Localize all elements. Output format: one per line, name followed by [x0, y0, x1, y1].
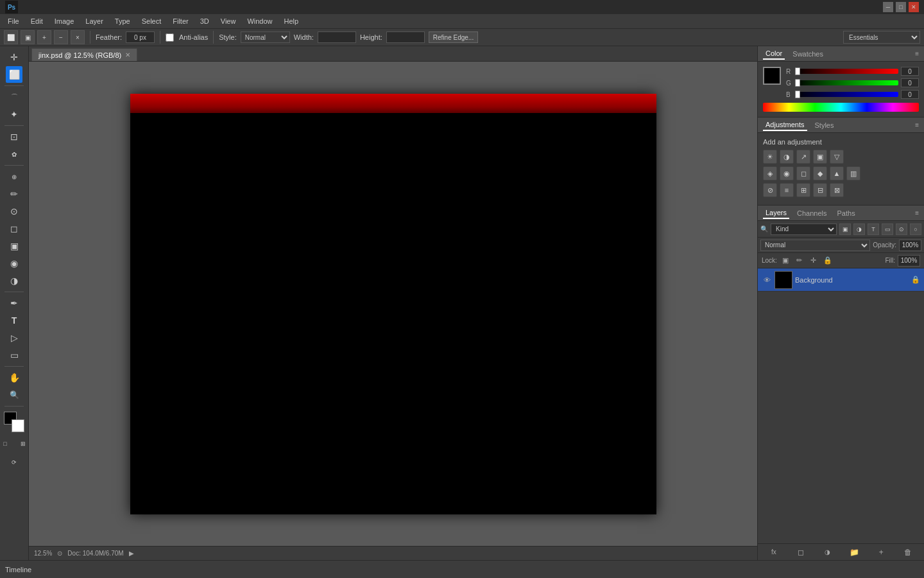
zoom-tool[interactable]: 🔍 [6, 387, 22, 403]
magic-wand-tool[interactable]: ✦ [6, 106, 22, 123]
adj-bw[interactable]: ◻ [796, 166, 810, 180]
layer-filter-adj[interactable]: ◑ [853, 223, 865, 235]
brush-tool[interactable]: ✏ [6, 186, 22, 202]
color-panel-menu-icon[interactable]: ≡ [915, 50, 919, 57]
lock-all-btn[interactable]: 🔒 [822, 255, 834, 267]
adj-curves[interactable]: ↗ [796, 150, 810, 164]
lock-paint-btn[interactable]: ✏ [794, 255, 805, 267]
layer-mask-btn[interactable]: ◻ [794, 546, 807, 559]
clone-tool[interactable]: ⊙ [6, 203, 22, 220]
text-tool[interactable]: T [6, 312, 22, 329]
quick-mask-btn[interactable]: □ [0, 435, 13, 452]
menu-edit[interactable]: Edit [26, 16, 48, 26]
layer-item-background[interactable]: 👁 Background 🔒 [758, 268, 924, 292]
adj-threshold[interactable]: ⊞ [796, 183, 810, 197]
width-input[interactable] [318, 31, 356, 43]
adj-hsl[interactable]: ◈ [763, 166, 777, 180]
adj-panel-menu-icon[interactable]: ≡ [915, 121, 919, 128]
gradient-tool[interactable]: ▣ [6, 238, 22, 254]
doc-tab-close-btn[interactable]: ✕ [125, 51, 130, 58]
menu-file[interactable]: File [3, 16, 24, 26]
menu-help[interactable]: Help [279, 16, 304, 26]
menu-type[interactable]: Type [110, 16, 135, 26]
layers-panel-menu-icon[interactable]: ≡ [915, 209, 919, 216]
document-tab-jinx[interactable]: jinx.psd @ 12.5% (RGB/8) ✕ [31, 48, 137, 61]
layer-filter-text[interactable]: T [868, 223, 879, 235]
canvas-wrapper[interactable] [29, 62, 757, 546]
style-select[interactable]: Normal Fixed Ratio Fixed Size [241, 31, 290, 43]
marquee-subtract[interactable]: − [54, 30, 68, 44]
marquee-intersect[interactable]: × [71, 30, 85, 44]
layer-group-btn[interactable]: 📁 [848, 546, 860, 559]
fill-input[interactable]: 100% [898, 255, 920, 267]
height-input[interactable] [386, 31, 425, 43]
blue-slider-track[interactable] [795, 92, 898, 97]
tab-layers[interactable]: Layers [763, 207, 789, 219]
color-swatches[interactable] [4, 412, 24, 432]
adj-levels[interactable]: ◑ [780, 150, 794, 164]
tab-adjustments[interactable]: Adjustments [763, 119, 807, 131]
maximize-button[interactable]: □ [896, 2, 906, 12]
tab-swatches[interactable]: Swatches [790, 49, 826, 59]
blue-slider-thumb[interactable] [795, 91, 800, 98]
lock-transparent-btn[interactable]: ▣ [780, 255, 791, 267]
menu-view[interactable]: View [216, 16, 241, 26]
healing-tool[interactable]: ⊕ [6, 168, 22, 185]
blur-tool[interactable]: ◉ [6, 255, 22, 272]
color-spectrum[interactable] [763, 103, 919, 112]
menu-filter[interactable]: Filter [167, 16, 193, 26]
pen-tool[interactable]: ✒ [6, 295, 22, 311]
layer-filter-pixel[interactable]: ▣ [839, 223, 851, 235]
close-button[interactable]: ✕ [909, 2, 919, 12]
tab-channels[interactable]: Channels [794, 208, 829, 218]
path-select-tool[interactable]: ▷ [6, 329, 22, 346]
adj-exposure[interactable]: ▣ [813, 150, 827, 164]
marquee-rect-btn[interactable]: ⬜ [4, 30, 18, 44]
minimize-button[interactable]: ─ [883, 2, 893, 12]
tab-color[interactable]: Color [763, 48, 785, 60]
red-slider-thumb[interactable] [795, 67, 800, 75]
adj-gradient-map[interactable]: ⊟ [813, 183, 827, 197]
red-value-input[interactable]: 0 [901, 67, 919, 76]
adj-invert[interactable]: ⊘ [763, 183, 777, 197]
antialias-checkbox[interactable] [166, 33, 174, 42]
layer-delete-btn[interactable]: 🗑 [902, 546, 914, 559]
marquee-single-col[interactable]: ▣ [21, 30, 35, 44]
feather-input[interactable] [126, 31, 155, 43]
green-value-input[interactable]: 0 [901, 78, 919, 87]
menu-window[interactable]: Window [242, 16, 277, 26]
green-slider-thumb[interactable] [795, 79, 800, 87]
layer-visibility-eye[interactable]: 👁 [762, 275, 772, 285]
layer-filter-smart[interactable]: ⊙ [896, 223, 907, 235]
rotate-view-btn[interactable]: ⟳ [6, 454, 22, 471]
adj-color-lookup[interactable]: ▥ [846, 166, 860, 180]
tab-paths[interactable]: Paths [835, 208, 858, 218]
marquee-tool[interactable]: ⬜ [6, 66, 22, 83]
shape-tool[interactable]: ▭ [6, 347, 22, 363]
eyedropper-tool[interactable]: ✿ [6, 146, 22, 162]
adj-photo-filter[interactable]: ◆ [813, 166, 827, 180]
menu-layer[interactable]: Layer [80, 16, 108, 26]
status-arrow-btn[interactable]: ▶ [129, 550, 134, 557]
adj-color-balance[interactable]: ◉ [780, 166, 794, 180]
eraser-tool[interactable]: ◻ [6, 220, 22, 237]
workspace-select[interactable]: Essentials Design Painting Photography [843, 31, 920, 44]
tab-styles[interactable]: Styles [812, 120, 837, 130]
refine-edge-button[interactable]: Refine Edge... [429, 31, 478, 43]
layer-new-btn[interactable]: + [875, 546, 887, 559]
status-icon[interactable]: ⊙ [57, 550, 62, 557]
dodge-tool[interactable]: ◑ [6, 272, 22, 289]
color-preview[interactable] [763, 67, 781, 85]
adj-brightness[interactable]: ☀ [763, 150, 777, 164]
blend-mode-select[interactable]: Normal Dissolve Multiply Screen [760, 240, 870, 251]
adj-vibrance[interactable]: ▽ [830, 150, 844, 164]
menu-image[interactable]: Image [49, 16, 80, 26]
move-tool[interactable]: ✛ [6, 49, 22, 66]
menu-3d[interactable]: 3D [195, 16, 214, 26]
layer-filter-shape[interactable]: ▭ [882, 223, 893, 235]
lock-position-btn[interactable]: ✛ [808, 255, 819, 267]
blue-value-input[interactable]: 0 [901, 90, 919, 99]
marquee-add[interactable]: + [37, 30, 51, 44]
green-slider-track[interactable] [795, 80, 898, 85]
background-color[interactable] [12, 419, 24, 432]
